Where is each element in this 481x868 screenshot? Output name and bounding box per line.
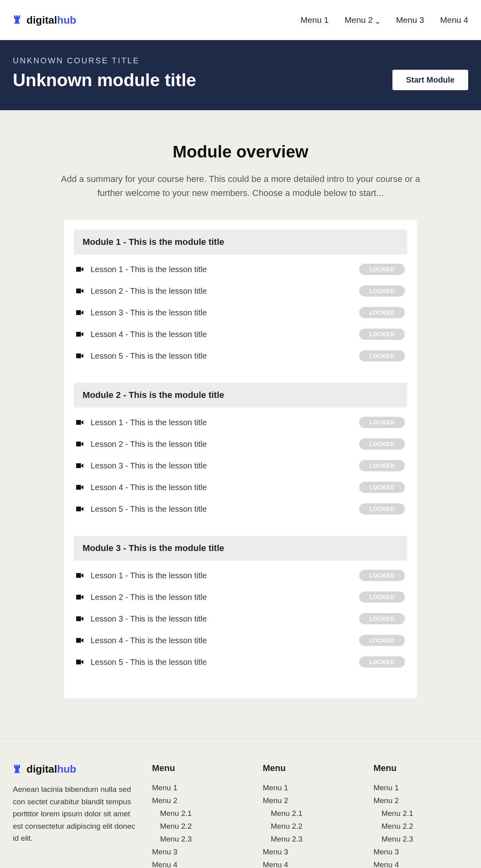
locked-badge: LOCKED	[359, 503, 405, 515]
locked-badge: LOCKED	[359, 656, 405, 668]
footer-menu-item[interactable]: Menu 2.3	[152, 833, 247, 846]
lesson-title: Lesson 4 - This is the lesson title	[91, 330, 207, 339]
footer-menu-item[interactable]: Menu 2	[152, 794, 247, 807]
svg-rect-8	[76, 485, 81, 490]
lesson-title: Lesson 4 - This is the lesson title	[91, 483, 207, 492]
lesson-row[interactable]: Lesson 1 - This is the lesson titleLOCKE…	[74, 565, 407, 586]
module-header[interactable]: Module 1 - This is the module title	[74, 230, 407, 254]
lesson-title: Lesson 2 - This is the lesson title	[91, 440, 207, 449]
module-block: Module 2 - This is the module titleLesso…	[74, 383, 407, 520]
nav-item-1[interactable]: Menu 1	[301, 15, 329, 25]
footer-menu-item[interactable]: Menu 1	[263, 781, 357, 794]
overview-heading: Module overview	[60, 142, 421, 161]
lesson-row[interactable]: Lesson 1 - This is the lesson titleLOCKE…	[74, 258, 407, 280]
module-header[interactable]: Module 3 - This is the module title	[74, 536, 407, 561]
svg-rect-3	[76, 332, 81, 337]
footer-menu-item[interactable]: Menu 2.1	[374, 807, 468, 820]
module-block: Module 1 - This is the module titleLesso…	[74, 230, 407, 367]
footer-menu-item[interactable]: Menu 4	[152, 858, 247, 868]
lesson-row[interactable]: Lesson 2 - This is the lesson titleLOCKE…	[74, 280, 407, 302]
footer-about-text: Aenean lacinia bibendum nulla sed con se…	[13, 783, 136, 844]
lesson-row[interactable]: Lesson 3 - This is the lesson titleLOCKE…	[74, 455, 407, 476]
lesson-title: Lesson 5 - This is the lesson title	[91, 658, 207, 667]
locked-badge: LOCKED	[359, 591, 405, 603]
footer-menu-item[interactable]: Menu 2	[263, 794, 357, 807]
footer-menu-list: Menu 1Menu 2Menu 2.1Menu 2.2Menu 2.3Menu…	[152, 781, 247, 868]
footer-menu-item[interactable]: Menu 2.3	[374, 833, 468, 846]
video-icon	[76, 638, 83, 643]
lesson-title: Lesson 2 - This is the lesson title	[91, 593, 207, 602]
footer-menu-item[interactable]: Menu 2.2	[263, 820, 357, 833]
lesson-row[interactable]: Lesson 5 - This is the lesson titleLOCKE…	[74, 345, 407, 367]
svg-rect-0	[76, 267, 81, 272]
lesson-list: Lesson 1 - This is the lesson titleLOCKE…	[74, 561, 407, 673]
video-icon	[76, 573, 83, 578]
svg-rect-6	[76, 442, 81, 446]
video-icon	[76, 441, 83, 447]
lesson-row[interactable]: Lesson 4 - This is the lesson titleLOCKE…	[74, 476, 407, 498]
footer-menu-item[interactable]: Menu 2.3	[263, 833, 357, 846]
logo[interactable]: digitalhub	[13, 14, 76, 26]
lesson-row[interactable]: Lesson 5 - This is the lesson titleLOCKE…	[74, 651, 407, 673]
lesson-row[interactable]: Lesson 2 - This is the lesson titleLOCKE…	[74, 586, 407, 608]
lesson-row[interactable]: Lesson 4 - This is the lesson titleLOCKE…	[74, 323, 407, 345]
nav-item-2[interactable]: Menu 2	[345, 15, 380, 25]
locked-badge: LOCKED	[359, 438, 405, 450]
footer-logo[interactable]: digitalhub	[13, 763, 136, 775]
video-icon	[76, 616, 83, 622]
video-icon	[76, 353, 83, 359]
footer-menu-list: Menu 1Menu 2Menu 2.1Menu 2.2Menu 2.3Menu…	[263, 781, 357, 868]
footer-menu-item[interactable]: Menu 1	[374, 781, 468, 794]
svg-rect-11	[76, 595, 81, 600]
nav-item-3[interactable]: Menu 3	[396, 15, 424, 25]
locked-badge: LOCKED	[359, 264, 405, 275]
footer-menu-item[interactable]: Menu 2	[374, 794, 468, 807]
module-card: Module 1 - This is the module titleLesso…	[64, 220, 417, 698]
start-module-button[interactable]: Start Module	[392, 70, 468, 90]
locked-badge: LOCKED	[359, 482, 405, 493]
footer-menu-item[interactable]: Menu 2.2	[152, 820, 247, 833]
footer-menu-item[interactable]: Menu 3	[263, 846, 357, 858]
footer-menu-col: MenuMenu 1Menu 2Menu 2.1Menu 2.2Menu 2.3…	[374, 763, 468, 868]
lesson-row[interactable]: Lesson 1 - This is the lesson titleLOCKE…	[74, 412, 407, 433]
locked-badge: LOCKED	[359, 285, 405, 297]
rook-icon	[13, 14, 22, 26]
nav-item-4[interactable]: Menu 4	[440, 15, 468, 25]
overview-summary: Add a summary for your course here. This…	[60, 172, 421, 200]
video-icon	[76, 506, 83, 512]
lesson-title: Lesson 1 - This is the lesson title	[91, 265, 207, 274]
footer-menu-item[interactable]: Menu 3	[152, 846, 247, 858]
lesson-row[interactable]: Lesson 3 - This is the lesson titleLOCKE…	[74, 302, 407, 323]
footer-menu-item[interactable]: Menu 2.1	[152, 807, 247, 820]
locked-badge: LOCKED	[359, 307, 405, 318]
video-icon	[76, 463, 83, 468]
video-icon	[76, 484, 83, 490]
locked-badge: LOCKED	[359, 417, 405, 428]
lesson-title: Lesson 2 - This is the lesson title	[91, 287, 207, 296]
lesson-row[interactable]: Lesson 3 - This is the lesson titleLOCKE…	[74, 608, 407, 630]
footer-menu-item[interactable]: Menu 1	[152, 781, 247, 794]
footer-col-title: Menu	[374, 763, 468, 773]
chevron-down-icon	[375, 18, 380, 22]
module-title: Unknown module title	[13, 70, 196, 90]
footer-menu-item[interactable]: Menu 4	[263, 858, 357, 868]
lesson-title: Lesson 5 - This is the lesson title	[91, 505, 207, 514]
footer-col-title: Menu	[152, 763, 247, 773]
locked-badge: LOCKED	[359, 460, 405, 471]
footer-menu-item[interactable]: Menu 4	[374, 858, 468, 868]
footer-menu-item[interactable]: Menu 2.2	[374, 820, 468, 833]
main-content: Module overview Add a summary for your c…	[0, 110, 481, 739]
lesson-title: Lesson 1 - This is the lesson title	[91, 571, 207, 580]
lesson-list: Lesson 1 - This is the lesson titleLOCKE…	[74, 408, 407, 520]
lesson-row[interactable]: Lesson 5 - This is the lesson titleLOCKE…	[74, 498, 407, 520]
module-header[interactable]: Module 2 - This is the module title	[74, 383, 407, 408]
svg-rect-13	[76, 638, 81, 643]
footer-menu-item[interactable]: Menu 3	[374, 846, 468, 858]
module-block: Module 3 - This is the module titleLesso…	[74, 536, 407, 673]
lesson-row[interactable]: Lesson 2 - This is the lesson titleLOCKE…	[74, 433, 407, 455]
lesson-row[interactable]: Lesson 4 - This is the lesson titleLOCKE…	[74, 630, 407, 651]
footer-menu-item[interactable]: Menu 2.1	[263, 807, 357, 820]
video-icon	[76, 331, 83, 337]
footer-col-title: Menu	[263, 763, 357, 773]
lesson-title: Lesson 4 - This is the lesson title	[91, 636, 207, 645]
